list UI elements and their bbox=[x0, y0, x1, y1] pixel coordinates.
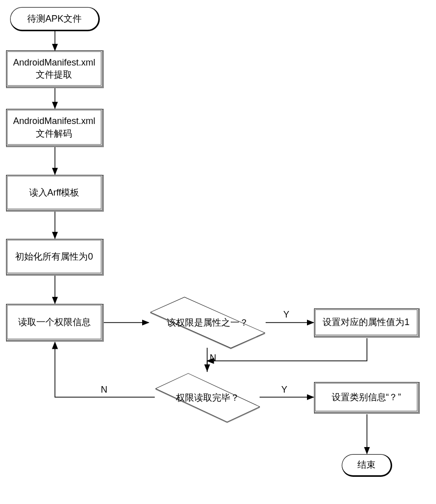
step-set-one: 设置对应的属性值为1 bbox=[314, 308, 420, 338]
initattr-label: 初始化所有属性为0 bbox=[15, 250, 93, 263]
decision-is-attr: 该权限是属性之一？ bbox=[149, 297, 266, 348]
readperm-label: 读取一个权限信息 bbox=[18, 316, 91, 328]
readarff-label: 读入Arff模板 bbox=[29, 186, 80, 199]
decision-done-read: 权限读取完毕？ bbox=[155, 373, 260, 422]
step-decode: AndroidManifest.xml 文件解码 bbox=[6, 109, 104, 147]
setcat-label: 设置类别信息“？” bbox=[332, 391, 401, 403]
step-read-arff: 读入Arff模板 bbox=[6, 175, 104, 212]
setone-label: 设置对应的属性值为1 bbox=[323, 316, 409, 328]
label-n-isattr: N bbox=[210, 353, 216, 363]
flow-start: 待测APK文件 bbox=[10, 7, 100, 31]
end-label: 结束 bbox=[357, 459, 376, 471]
step-init-attr: 初始化所有属性为0 bbox=[6, 239, 104, 276]
step-read-perm: 读取一个权限信息 bbox=[6, 304, 104, 342]
label-y-isattr: Y bbox=[283, 309, 289, 320]
flow-end: 结束 bbox=[342, 454, 392, 477]
step-set-category: 设置类别信息“？” bbox=[314, 382, 420, 414]
start-label: 待测APK文件 bbox=[27, 13, 82, 25]
label-y-doneread: Y bbox=[281, 385, 287, 395]
step-extract: AndroidManifest.xml 文件提取 bbox=[6, 50, 104, 88]
extract-label: AndroidManifest.xml 文件提取 bbox=[13, 56, 95, 81]
label-n-doneread: N bbox=[101, 385, 107, 395]
decode-label: AndroidManifest.xml 文件解码 bbox=[13, 115, 95, 140]
